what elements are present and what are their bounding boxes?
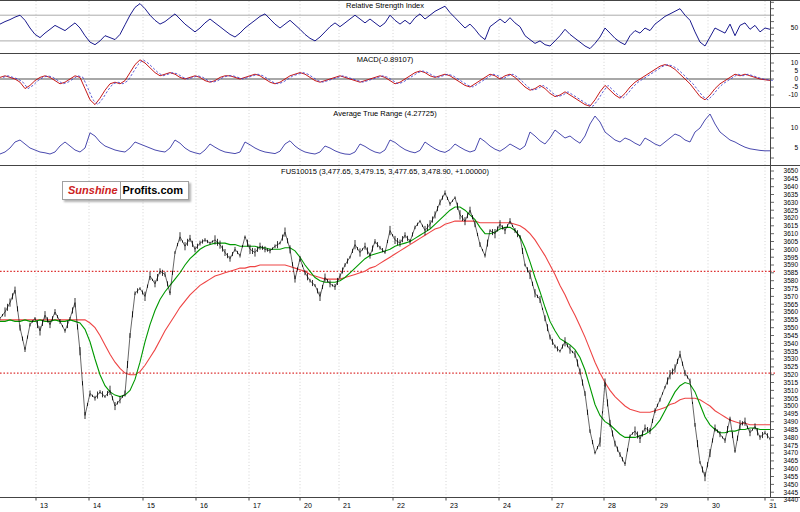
axis-tick-label: 3505 xyxy=(784,395,799,402)
axis-tick-label: 3470 xyxy=(784,449,799,456)
axis-tick-label: 27 xyxy=(556,502,564,509)
axis-tick-label: 50 xyxy=(791,24,799,31)
axis-tick-label: 3615 xyxy=(784,222,799,229)
axis-tick-label: 5 xyxy=(794,67,798,74)
support-resistance-lines xyxy=(0,271,776,373)
axis-tick-label: 3465 xyxy=(784,457,799,464)
axis-tick-label: 3555 xyxy=(784,316,799,323)
axis-tick-label: 3450 xyxy=(784,481,799,488)
axis-tick-label: -5 xyxy=(792,83,798,90)
axis-tick-label: 3540 xyxy=(784,340,799,347)
axis-tick-label: 3460 xyxy=(784,465,799,472)
axis-tick-label: 3475 xyxy=(784,442,799,449)
axis-tick-label: -10 xyxy=(789,91,799,98)
axis-tick-label: 3590 xyxy=(784,261,799,268)
axis-tick-label: 3480 xyxy=(784,434,799,441)
axis-tick-label: 14 xyxy=(93,502,101,509)
axis-tick-label: 13 xyxy=(40,502,48,509)
axis-tick-label: 16 xyxy=(200,502,208,509)
axis-tick-label: 30 xyxy=(712,502,720,509)
axis-tick-label: 17 xyxy=(253,502,261,509)
axis-tick-label: 3455 xyxy=(784,473,799,480)
axis-tick-label: 3445 xyxy=(784,489,799,496)
sunshine-profits-logo: Sunshine Profits.com xyxy=(62,181,189,200)
date-axis: 131415161720212223242728293031 xyxy=(40,502,777,509)
axis-tick-label: 3560 xyxy=(784,308,799,315)
rsi-line xyxy=(0,4,770,49)
logo-brand-red: Sunshine xyxy=(62,181,120,200)
axis-tick-label: 3605 xyxy=(784,238,799,245)
axis-tick-label: 20 xyxy=(304,502,312,509)
axis-tick-label: 3640 xyxy=(784,183,799,190)
axis-tick-label: 29 xyxy=(660,502,668,509)
axis-tick-label: 3490 xyxy=(784,418,799,425)
axis-tick-label: 3545 xyxy=(784,332,799,339)
axis-tick-label: 10 xyxy=(791,124,799,131)
price-series xyxy=(0,191,770,482)
axis-tick-label: 3620 xyxy=(784,214,799,221)
axis-tick-label: 21 xyxy=(343,502,351,509)
ma-fast-line xyxy=(0,207,770,437)
rsi-axis: 50 xyxy=(771,2,799,53)
axis-tick-label: 3585 xyxy=(784,269,799,276)
stock-chart-screenshot: 3650364536403635363036253620361536103605… xyxy=(0,0,800,512)
axis-tick-label: 3635 xyxy=(784,191,799,198)
axis-tick-label: 3650 xyxy=(784,167,799,174)
macd-axis: 1050-5-10 xyxy=(771,59,799,98)
axis-tick-label: 24 xyxy=(503,502,511,509)
axis-tick-label: 3610 xyxy=(784,230,799,237)
axis-tick-label: 3580 xyxy=(784,277,799,284)
axis-tick-label: 3440 xyxy=(784,496,799,503)
axis-tick-label: 3535 xyxy=(784,348,799,355)
axis-tick-label: 3520 xyxy=(784,371,799,378)
axis-tick-label: 3575 xyxy=(784,285,799,292)
axis-tick-label: 3530 xyxy=(784,355,799,362)
axis-tick-label: 3625 xyxy=(784,207,799,214)
axis-tick-label: 3595 xyxy=(784,254,799,261)
atr-axis: 105 xyxy=(771,118,799,158)
axis-tick-label: 3525 xyxy=(784,363,799,370)
axis-tick-label: 3515 xyxy=(784,379,799,386)
axis-tick-label: 3485 xyxy=(784,426,799,433)
axis-tick-label: 0 xyxy=(794,75,798,82)
axis-tick-label: 3600 xyxy=(784,246,799,253)
axis-tick-label: 31 xyxy=(769,502,777,509)
axis-tick-label: 3630 xyxy=(784,199,799,206)
axis-tick-label: 3645 xyxy=(784,175,799,182)
axis-tick-label: 5 xyxy=(794,144,798,151)
axis-tick-label: 3495 xyxy=(784,410,799,417)
atr-line xyxy=(0,114,770,154)
axis-tick-label: 3550 xyxy=(784,324,799,331)
axis-tick-label: 28 xyxy=(608,502,616,509)
axis-tick-label: 3510 xyxy=(784,387,799,394)
chart-canvas: 3650364536403635363036253620361536103605… xyxy=(0,0,800,512)
axis-tick-label: 23 xyxy=(450,502,458,509)
price-axis: 3650364536403635363036253620361536103605… xyxy=(771,167,799,503)
axis-tick-label: 3500 xyxy=(784,402,799,409)
logo-brand-black: Profits.com xyxy=(120,181,190,200)
axis-tick-label: 15 xyxy=(147,502,155,509)
axis-tick-label: 3565 xyxy=(784,301,799,308)
axis-tick-label: 22 xyxy=(397,502,405,509)
axis-tick-label: 3570 xyxy=(784,293,799,300)
axis-tick-label: 10 xyxy=(791,59,799,66)
rsi-ref-lines xyxy=(0,15,770,41)
